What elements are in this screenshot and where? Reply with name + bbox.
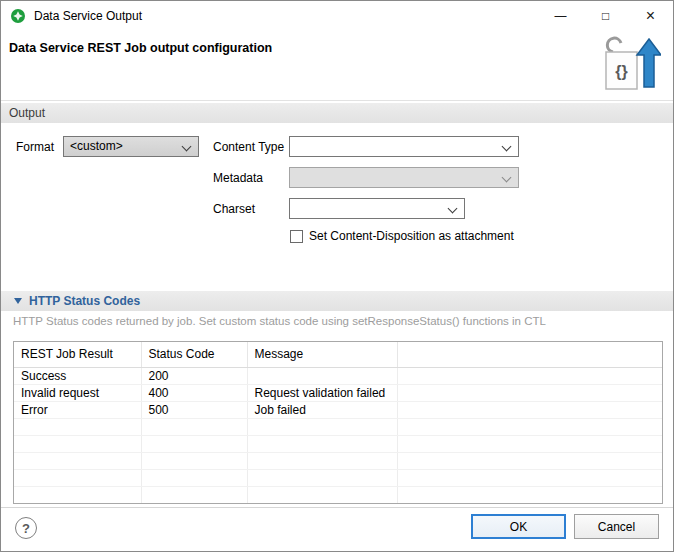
table-cell [397,486,662,503]
table-row[interactable] [14,469,662,486]
table-cell [14,469,141,486]
chevron-down-icon [502,173,512,183]
table-cell: Request validation failed [247,384,397,401]
window-controls: — □ × [538,1,673,31]
metadata-label: Metadata [213,168,263,189]
charset-combo[interactable] [289,198,465,219]
app-icon [10,8,26,24]
ok-button[interactable]: OK [471,514,566,539]
http-status-description: HTTP Status codes returned by job. Set c… [13,315,546,327]
table-row[interactable] [14,452,662,469]
table-cell [397,418,662,435]
dialog-title: Data Service REST Job output configurati… [9,41,272,55]
table-cell [397,384,662,401]
button-bar: ? OK Cancel [1,507,673,551]
help-button[interactable]: ? [15,517,37,539]
table-cell: Error [14,401,141,418]
column-header: REST Job Result [14,342,141,367]
table-cell [247,452,397,469]
table-row[interactable]: Success200 [14,367,662,384]
column-header [397,342,662,367]
charset-label: Charset [213,199,255,220]
chevron-down-icon [182,142,192,152]
minimize-button[interactable]: — [538,1,583,31]
table-cell [141,435,247,452]
content-type-label: Content Type [213,137,284,158]
table-cell: Job failed [247,401,397,418]
table-cell [14,452,141,469]
table-row[interactable] [14,418,662,435]
table-cell [141,486,247,503]
window-title: Data Service Output [34,9,142,23]
dialog-window: Data Service Output — □ × Data Service R… [0,0,674,552]
braces-glyph: {} [615,63,627,80]
format-combo[interactable]: <custom> [63,136,199,157]
collapse-triangle-icon [14,298,22,304]
table-cell [247,367,397,384]
table-cell: Success [14,367,141,384]
table-cell [141,418,247,435]
table-cell: 500 [141,401,247,418]
table-cell [397,469,662,486]
table-cell [141,469,247,486]
attachment-checkbox[interactable] [290,230,303,243]
table-cell [247,469,397,486]
table-row[interactable]: Invalid request400Request validation fai… [14,384,662,401]
table-cell: 400 [141,384,247,401]
cancel-button[interactable]: Cancel [574,514,659,539]
status-table-container: REST Job ResultStatus CodeMessage Succes… [13,341,663,504]
output-section-label: Output [9,106,45,120]
output-form: Format <custom> Content Type Metadata Ch… [1,123,673,291]
format-value: <custom> [70,137,176,156]
status-table-body: Success200Invalid request400Request vali… [14,367,662,503]
table-cell [397,452,662,469]
table-cell [14,418,141,435]
attachment-checkbox-row: Set Content-Disposition as attachment [290,229,514,243]
attachment-checkbox-label: Set Content-Disposition as attachment [309,229,514,243]
table-cell [397,367,662,384]
chevron-down-icon [502,142,512,152]
column-header: Status Code [141,342,247,367]
status-table-head-row: REST Job ResultStatus CodeMessage [14,342,662,367]
output-section-header: Output [1,103,673,123]
dialog-header: Data Service REST Job output configurati… [1,31,673,101]
table-cell [247,486,397,503]
format-label: Format [16,137,54,158]
table-cell [14,486,141,503]
table-cell [397,435,662,452]
http-status-section-title: HTTP Status Codes [29,294,140,308]
table-cell [141,452,247,469]
http-status-section-toggle[interactable]: HTTP Status Codes [1,291,673,311]
column-header: Message [247,342,397,367]
close-button[interactable]: × [628,1,673,31]
table-row[interactable]: Error500Job failed [14,401,662,418]
chevron-down-icon [448,204,458,214]
table-cell: 200 [141,367,247,384]
table-row[interactable] [14,435,662,452]
table-row[interactable] [14,486,662,503]
table-cell [247,418,397,435]
rest-output-icon: {} [601,35,661,95]
title-bar: Data Service Output — □ × [1,1,673,31]
maximize-button[interactable]: □ [583,1,628,31]
table-cell: Invalid request [14,384,141,401]
content-type-combo[interactable] [289,136,519,157]
status-table: REST Job ResultStatus CodeMessage Succes… [14,342,662,504]
table-cell [247,435,397,452]
metadata-combo [289,167,519,188]
table-cell [397,401,662,418]
table-cell [14,435,141,452]
